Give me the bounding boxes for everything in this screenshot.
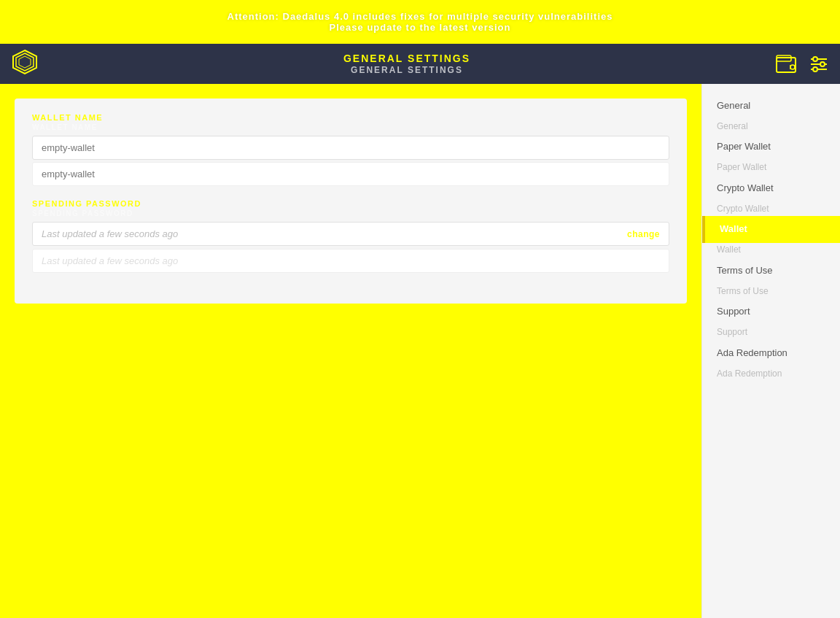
logo-area — [12, 49, 38, 80]
filter-settings-icon — [809, 56, 828, 72]
spending-password-group: SPENDING PASSWORD SPENDING PASSWORD Last… — [32, 199, 669, 273]
spending-password-text-2: Last updated a few seconds ago — [42, 255, 178, 266]
sidebar-item-crypto-wallet[interactable]: Crypto Wallet — [702, 175, 840, 202]
change-password-link-1[interactable]: change — [627, 229, 660, 239]
spending-password-label: SPENDING PASSWORD — [32, 199, 669, 208]
navbar-subtitle: GENERAL SETTINGS — [351, 65, 463, 75]
sidebar-item-terms-of-use[interactable]: Terms of Use — [702, 258, 840, 285]
sidebar-item-support-shadow: Support — [702, 325, 840, 340]
wallet-icon — [776, 55, 798, 74]
spending-password-label-shadow: SPENDING PASSWORD — [32, 209, 669, 217]
main-layout: WALLET NAME WALLET NAME SPENDING PASSWOR… — [0, 84, 840, 618]
sidebar-item-terms-of-use-shadow: Terms of Use — [702, 285, 840, 299]
navbar-title: GENERAL SETTINGS — [343, 53, 470, 64]
settings-nav-button[interactable] — [809, 56, 828, 72]
sidebar-item-ada-redemption[interactable]: Ada Redemption — [702, 340, 840, 367]
wallet-name-label-shadow: WALLET NAME — [32, 123, 669, 131]
svg-point-5 — [790, 65, 795, 69]
sidebar-item-wallet-shadow: Wallet — [702, 243, 840, 258]
sidebar-item-wallet-active[interactable]: Wallet — [702, 216, 840, 243]
navbar-icons — [776, 55, 828, 74]
daedalus-logo-icon — [12, 49, 38, 80]
navbar-center: GENERAL SETTINGS GENERAL SETTINGS — [343, 53, 470, 75]
navbar: GENERAL SETTINGS GENERAL SETTINGS — [0, 44, 840, 84]
sidebar-item-general-shadow: General — [702, 120, 840, 134]
svg-marker-2 — [19, 56, 31, 68]
spending-password-row-1: Last updated a few seconds ago change — [32, 222, 669, 246]
sidebar-item-crypto-wallet-shadow: Crypto Wallet — [702, 202, 840, 217]
spending-password-row-2: Last updated a few seconds ago change — [32, 249, 669, 273]
svg-point-11 — [820, 62, 825, 66]
wallet-name-group: WALLET NAME WALLET NAME — [32, 113, 669, 186]
wallet-nav-button[interactable] — [776, 55, 798, 74]
sidebar-item-support[interactable]: Support — [702, 298, 840, 325]
sidebar: General General Paper Wallet Paper Walle… — [701, 84, 840, 618]
wallet-name-label: WALLET NAME — [32, 113, 669, 122]
banner-line2: Please update to the latest version — [330, 22, 511, 33]
banner-line1: Attention: Daedalus 4.0 includes fixes f… — [228, 11, 613, 22]
settings-card: WALLET NAME WALLET NAME SPENDING PASSWOR… — [15, 99, 687, 304]
svg-point-13 — [813, 67, 817, 72]
sidebar-item-paper-wallet-shadow: Paper Wallet — [702, 161, 840, 175]
spending-password-text-1: Last updated a few seconds ago — [42, 228, 178, 239]
content-area: WALLET NAME WALLET NAME SPENDING PASSWOR… — [0, 84, 701, 618]
save-button[interactable] — [15, 315, 687, 347]
wallet-name-input-shadow[interactable] — [32, 162, 669, 186]
sidebar-item-paper-wallet[interactable]: Paper Wallet — [702, 134, 840, 161]
sidebar-item-general[interactable]: General — [702, 93, 840, 120]
top-banner: Attention: Daedalus 4.0 includes fixes f… — [0, 0, 840, 44]
svg-point-9 — [813, 57, 817, 61]
wallet-name-input[interactable] — [32, 136, 669, 160]
change-password-link-2[interactable]: change — [627, 256, 660, 266]
sidebar-item-ada-redemption-shadow: Ada Redemption — [702, 367, 840, 382]
